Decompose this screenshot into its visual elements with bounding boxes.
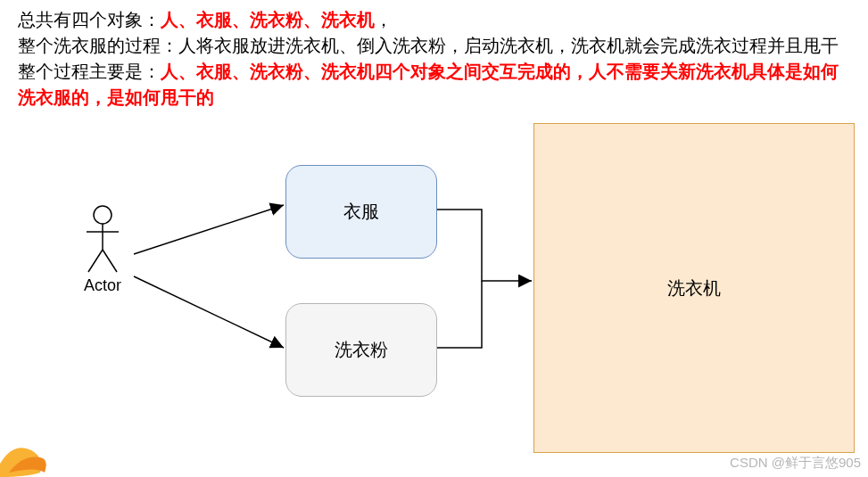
machine-label: 洗衣机 (667, 276, 721, 300)
actor-label: Actor (67, 276, 138, 295)
line3-pre: 整个过程主要是： (18, 62, 161, 81)
machine-node: 洗衣机 (533, 123, 855, 453)
clothes-node: 衣服 (285, 165, 437, 259)
line1-pre: 总共有四个对象： (18, 10, 161, 29)
line2: 整个洗衣服的过程：人将衣服放进洗衣机、倒入洗衣粉，启动洗衣机，洗衣机就会完成洗衣… (18, 36, 839, 55)
powder-node: 洗衣粉 (285, 303, 437, 397)
svg-point-0 (94, 206, 112, 224)
svg-line-4 (103, 250, 117, 272)
edge-clothes-machine (437, 210, 532, 281)
ribbon-decoration (0, 424, 58, 477)
edge-actor-clothes (134, 205, 284, 254)
actor-node: Actor (67, 205, 138, 295)
line1-post: ， (375, 10, 393, 29)
clothes-label: 衣服 (343, 200, 379, 224)
description-text: 总共有四个对象：人、衣服、洗衣粉、洗衣机， 整个洗衣服的过程：人将衣服放进洗衣机… (18, 7, 855, 111)
edge-powder-machine (437, 281, 482, 348)
diagram-area: Actor 衣服 洗衣粉 洗衣机 (0, 116, 868, 473)
watermark: CSDN @鲜于言悠905 (730, 455, 861, 472)
edge-actor-powder (134, 276, 284, 348)
actor-icon (82, 205, 123, 275)
powder-label: 洗衣粉 (335, 338, 388, 362)
line1-red: 人、衣服、洗衣粉、洗衣机 (161, 10, 375, 29)
svg-line-3 (88, 250, 103, 272)
ribbon-icon (0, 424, 58, 477)
